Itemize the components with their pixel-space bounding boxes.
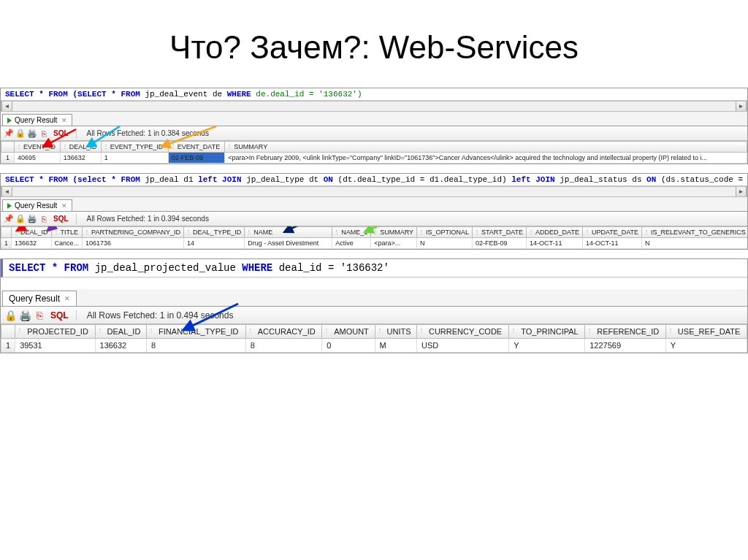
table-row[interactable]: 1 136632Cance...106173614Drug - Asset Di… — [1, 238, 748, 249]
result-toolbar-2: 📌 🔒 🖨️ ⎘ SQL All Rows Fetched: 1 in 0.39… — [1, 212, 747, 226]
tab-label: Query Result — [9, 294, 60, 304]
result-grid-1[interactable]: EVENT_ID DEAL_ID EVENT_TYPE_ID EVENT_DAT… — [1, 141, 747, 164]
tab-label: Query Result — [15, 116, 57, 124]
cell-event-id[interactable]: 40695 — [15, 153, 61, 164]
col[interactable]: DEAL_TYPE_ID — [184, 227, 245, 238]
scroll-track[interactable] — [12, 187, 736, 196]
pin-icon[interactable]: 📌 — [4, 214, 14, 224]
export-icon[interactable]: ⎘ — [39, 214, 49, 224]
scroll-track[interactable] — [12, 101, 736, 111]
col[interactable]: NAME_1 — [332, 227, 371, 238]
lock-icon[interactable]: 🔒 — [15, 129, 26, 139]
close-icon[interactable]: ✕ — [61, 117, 67, 124]
col[interactable]: NAME — [245, 227, 332, 238]
scroll-right-icon[interactable]: ► — [736, 101, 747, 111]
col-event-type-id[interactable]: EVENT_TYPE_ID — [101, 142, 168, 153]
col[interactable]: TITLE — [51, 227, 83, 238]
cell-summary[interactable]: <para>In February 2009, <ulink linkType=… — [225, 153, 747, 164]
export-icon[interactable]: ⎘ — [33, 309, 46, 322]
row-header — [1, 142, 15, 153]
lock-icon[interactable]: 🔒 — [15, 214, 26, 224]
col[interactable]: TO_PRINCIPAL — [509, 325, 585, 339]
close-icon[interactable]: ✕ — [64, 295, 70, 302]
export-icon[interactable]: ⎘ — [39, 129, 49, 139]
sql-editor-1[interactable]: SELECT * FROM (SELECT * FROM jp_deal_eve… — [1, 88, 747, 101]
cell-deal-id[interactable]: 136632 — [60, 153, 101, 164]
table-row[interactable]: 1 40695 136632 1 02-FEB-09 <para>In Febr… — [1, 153, 747, 164]
result-grid-3[interactable]: PROJECTED_ID DEAL_ID FINANCIAL_TYPE_ID A… — [1, 324, 747, 353]
panel-3: SELECT * FROM jp_deal_projected_value WH… — [0, 258, 748, 353]
lock-icon[interactable]: 🔒 — [4, 309, 17, 322]
tab-query-result[interactable]: Query Result ✕ — [2, 199, 72, 211]
col[interactable]: REFERENCE_ID — [585, 325, 666, 339]
col[interactable]: IS_OPTIONAL — [417, 227, 473, 238]
print-icon[interactable]: 🖨️ — [27, 214, 37, 224]
col[interactable]: UNITS — [375, 325, 416, 339]
tab-query-result[interactable]: Query Result ✕ — [2, 114, 72, 126]
col-summary[interactable]: SUMMARY — [225, 142, 747, 153]
tab-label: Query Result — [15, 202, 57, 210]
print-icon[interactable]: 🖨️ — [18, 309, 31, 322]
row-num: 1 — [1, 153, 15, 164]
col[interactable]: ACCURACY_ID — [245, 325, 321, 339]
status-text: All Rows Fetched: 1 in 0.394 seconds — [87, 215, 209, 223]
col[interactable]: FINANCIAL_TYPE_ID — [147, 325, 246, 339]
col[interactable]: PARTNERING_COMPANY_ID — [83, 227, 184, 238]
sql-editor-3[interactable]: SELECT * FROM jp_deal_projected_value WH… — [1, 259, 747, 277]
print-icon[interactable]: 🖨️ — [27, 129, 37, 139]
cell-event-date[interactable]: 02-FEB-09 — [168, 153, 225, 164]
col[interactable]: SUMMARY — [371, 227, 417, 238]
col[interactable]: UPDATE_DATE — [582, 227, 641, 238]
tab-bar-2: Query Result ✕ — [1, 197, 747, 212]
result-toolbar-3: 🔒 🖨️ ⎘ SQL All Rows Fetched: 1 in 0.494 … — [1, 307, 747, 324]
tab-query-result[interactable]: Query Result ✕ — [2, 291, 77, 306]
play-icon — [7, 118, 12, 123]
scroll-left-icon[interactable]: ◄ — [1, 187, 12, 196]
close-icon[interactable]: ✕ — [61, 202, 67, 210]
status-text: All Rows Fetched: 1 in 0.384 seconds — [87, 129, 209, 137]
table-row[interactable]: 1 39531136632880MUSDY1227569Y — [1, 339, 747, 353]
scroll-left-icon[interactable]: ◄ — [1, 101, 12, 111]
sql-label[interactable]: SQL — [53, 129, 69, 137]
scrollbar-2[interactable]: ◄ ► — [1, 186, 747, 197]
col[interactable]: IS_RELEVANT_TO_GENERICS — [642, 227, 747, 238]
col[interactable]: DEAL_ID — [95, 325, 147, 339]
col[interactable]: PROJECTED_ID — [15, 325, 95, 339]
result-grid-2[interactable]: DEAL_ID TITLE PARTNERING_COMPANY_ID DEAL… — [1, 226, 747, 249]
col[interactable]: USE_REF_DATE — [665, 325, 747, 339]
col-event-id[interactable]: EVENT_ID — [15, 142, 61, 153]
col[interactable]: ADDED_DATE — [527, 227, 583, 238]
sql-label[interactable]: SQL — [50, 310, 69, 321]
pin-icon[interactable]: 📌 — [4, 129, 14, 139]
result-toolbar-1: 📌 🔒 🖨️ ⎘ SQL All Rows Fetched: 1 in 0.38… — [1, 126, 747, 141]
col[interactable]: START_DATE — [473, 227, 527, 238]
panel-2: SELECT * FROM (select * FROM jp_deal d1 … — [0, 173, 748, 250]
sql-editor-2[interactable]: SELECT * FROM (select * FROM jp_deal d1 … — [1, 174, 747, 186]
col[interactable]: DEAL_ID — [12, 227, 52, 238]
slide-title: Что? Зачем?: Web-Services — [0, 0, 748, 88]
tab-bar-3: Query Result ✕ — [1, 289, 747, 307]
col-deal-id[interactable]: DEAL_ID — [60, 142, 101, 153]
status-text: All Rows Fetched: 1 in 0.494 seconds — [87, 310, 234, 321]
col-event-date[interactable]: EVENT_DATE — [168, 142, 225, 153]
play-icon — [7, 203, 12, 209]
cell-event-type-id[interactable]: 1 — [101, 153, 168, 164]
sql-label[interactable]: SQL — [53, 215, 69, 223]
col[interactable]: AMOUNT — [322, 325, 375, 339]
col[interactable]: CURRENCY_CODE — [416, 325, 508, 339]
tab-bar-1: Query Result ✕ — [1, 112, 747, 126]
scrollbar-1[interactable]: ◄ ► — [1, 101, 747, 112]
panel-1: SELECT * FROM (SELECT * FROM jp_deal_eve… — [0, 88, 748, 164]
scroll-right-icon[interactable]: ► — [736, 187, 747, 196]
